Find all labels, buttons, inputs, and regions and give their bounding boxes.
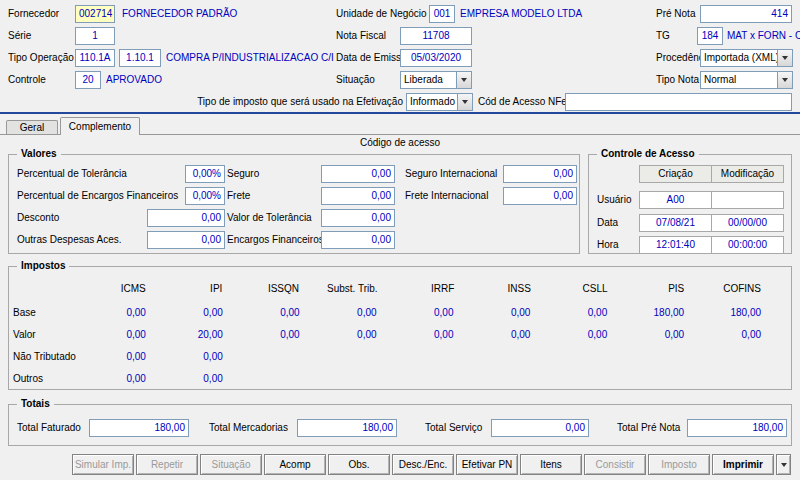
hora-modificacao-value: 00:00:00 bbox=[711, 236, 784, 254]
valor-tolerancia-field[interactable]: 0,00 bbox=[321, 209, 395, 227]
tipo-nota-value: Normal bbox=[701, 72, 777, 88]
valor-inss: 0,00 bbox=[481, 327, 558, 343]
perc-tolerancia-field[interactable]: 0,00% bbox=[185, 165, 225, 183]
frete-internacional-label: Frete Internacional bbox=[405, 187, 488, 205]
chevron-down-icon bbox=[782, 56, 788, 60]
tab-complemento[interactable]: Complemento bbox=[60, 117, 140, 135]
base-subst-trib: 0,00 bbox=[328, 305, 405, 321]
imposto-button[interactable]: Imposto bbox=[648, 454, 710, 475]
consistir-button[interactable]: Consistir bbox=[584, 454, 646, 475]
outras-despesas-label: Outras Despesas Aces. bbox=[17, 231, 122, 249]
unidade-negocio-label: Unidade de Negócio bbox=[336, 5, 427, 23]
valor-csll: 0,00 bbox=[558, 327, 635, 343]
impostos-col-csll: CSLL bbox=[559, 281, 636, 297]
fornecedor-name: FORNECEDOR PADRÃO bbox=[122, 5, 237, 23]
outras-despesas-field[interactable]: 0,00 bbox=[147, 231, 225, 249]
more-actions-dropdown-button[interactable] bbox=[776, 454, 791, 475]
valor-subst-trib: 0,00 bbox=[328, 327, 405, 343]
impostos-col-irrf: IRRF bbox=[406, 281, 483, 297]
controle-code-field[interactable]: 20 bbox=[75, 71, 101, 89]
valor-icms: 0,00 bbox=[97, 327, 174, 343]
seguro-field[interactable]: 0,00 bbox=[321, 165, 395, 183]
obs-button[interactable]: Obs. bbox=[328, 454, 390, 475]
nao-trib-ipi: 0,00 bbox=[174, 349, 251, 365]
situacao-dropdown-button[interactable] bbox=[456, 72, 471, 88]
valor-ipi: 20,00 bbox=[174, 327, 251, 343]
impostos-col-pis: PIS bbox=[636, 281, 713, 297]
procedencia-dropdown-button[interactable] bbox=[777, 50, 792, 66]
action-button-bar: Simular Imp. Repetir Situação Acomp Obs.… bbox=[72, 454, 791, 475]
total-mercadorias-field[interactable]: 180,00 bbox=[297, 419, 397, 437]
cod-acesso-nfe-field[interactable] bbox=[565, 93, 792, 111]
desc-enc-button[interactable]: Desc./Enc. bbox=[392, 454, 454, 475]
tab-geral[interactable]: Geral bbox=[6, 120, 58, 134]
impostos-col-cofins: COFINS bbox=[712, 281, 789, 297]
total-faturado-field[interactable]: 180,00 bbox=[89, 419, 189, 437]
total-servico-label: Total Serviço bbox=[425, 419, 482, 437]
impostos-col-issqn: ISSQN bbox=[250, 281, 327, 297]
total-pre-nota-field[interactable]: 180,00 bbox=[687, 419, 787, 437]
simular-imp-button[interactable]: Simular Imp. bbox=[72, 454, 134, 475]
impostos-col-subst-trib: Subst. Trib. bbox=[327, 281, 406, 297]
impostos-col-icms: ICMS bbox=[97, 281, 174, 297]
base-issqn: 0,00 bbox=[251, 305, 328, 321]
hora-row-label: Hora bbox=[597, 236, 619, 254]
situacao-combo[interactable]: Liberada bbox=[400, 71, 472, 89]
itens-button[interactable]: Itens bbox=[520, 454, 582, 475]
tipo-imposto-value: Informado bbox=[407, 94, 457, 110]
desconto-label: Desconto bbox=[17, 209, 59, 227]
procedencia-combo[interactable]: Importada (XML) bbox=[700, 49, 793, 67]
valor-pis: 0,00 bbox=[635, 327, 712, 343]
seguro-label: Seguro bbox=[227, 165, 259, 183]
controle-acesso-group: Controle de Acesso Criação Modificação U… bbox=[588, 154, 792, 254]
perc-encargos-field[interactable]: 0,00% bbox=[185, 187, 225, 205]
header-separator bbox=[0, 112, 800, 114]
impostos-group: Impostos ICMS IPI ISSQN Subst. Trib. IRR… bbox=[8, 266, 792, 390]
situacao-value: Liberada bbox=[401, 72, 456, 88]
data-emissao-field[interactable]: 05/03/2020 bbox=[400, 49, 472, 67]
base-csll: 0,00 bbox=[558, 305, 635, 321]
controle-label: Controle bbox=[8, 71, 46, 89]
base-ipi: 0,00 bbox=[174, 305, 251, 321]
data-modificacao-value: 00/00/00 bbox=[711, 214, 784, 232]
total-mercadorias-label: Total Mercadorias bbox=[209, 419, 288, 437]
total-faturado-label: Total Faturado bbox=[17, 419, 81, 437]
tipo-operacao-code2-field[interactable]: 1.10.1 bbox=[119, 49, 161, 67]
procedencia-value: Importada (XML) bbox=[701, 50, 777, 66]
encargos-financeiros-field[interactable]: 0,00 bbox=[321, 231, 395, 249]
pre-nota-field[interactable]: 414 bbox=[700, 5, 792, 23]
repetir-button[interactable]: Repetir bbox=[136, 454, 198, 475]
pre-nota-label: Pré Nota bbox=[656, 5, 695, 23]
tipo-nota-combo[interactable]: Normal bbox=[700, 71, 793, 89]
controle-status: APROVADO bbox=[106, 71, 162, 89]
totais-group: Totais Total Faturado 180,00 Total Merca… bbox=[8, 404, 792, 446]
tg-code-field[interactable]: 184 bbox=[697, 27, 723, 45]
acomp-button[interactable]: Acomp bbox=[264, 454, 326, 475]
total-servico-field[interactable]: 0,00 bbox=[491, 419, 589, 437]
desconto-field[interactable]: 0,00 bbox=[147, 209, 225, 227]
modificacao-column-header: Modificação bbox=[711, 165, 784, 183]
impostos-group-title: Impostos bbox=[17, 259, 69, 273]
valor-irrf: 0,00 bbox=[405, 327, 482, 343]
outros-icms: 0,00 bbox=[97, 371, 174, 387]
tipo-nota-dropdown-button[interactable] bbox=[777, 72, 792, 88]
controle-acesso-group-title: Controle de Acesso bbox=[597, 147, 699, 161]
chevron-down-icon bbox=[782, 78, 788, 82]
situacao-button[interactable]: Situação bbox=[200, 454, 262, 475]
efetivar-pn-button[interactable]: Efetivar PN bbox=[456, 454, 518, 475]
nota-fiscal-field[interactable]: 11708 bbox=[400, 27, 472, 45]
usuario-modificacao-value bbox=[711, 191, 784, 209]
frete-field[interactable]: 0,00 bbox=[321, 187, 395, 205]
imprimir-button[interactable]: Imprimir bbox=[712, 454, 774, 475]
tipo-imposto-combo[interactable]: Informado bbox=[406, 93, 473, 111]
tipo-imposto-dropdown-button[interactable] bbox=[457, 94, 472, 110]
frete-internacional-field[interactable]: 0,00 bbox=[503, 187, 577, 205]
serie-field[interactable]: 1 bbox=[75, 27, 115, 45]
fornecedor-code-field[interactable]: 002714 bbox=[75, 5, 115, 23]
unidade-negocio-code-field[interactable]: 001 bbox=[429, 5, 455, 23]
seguro-internacional-field[interactable]: 0,00 bbox=[503, 165, 577, 183]
tipo-operacao-desc: COMPRA P/INDUSTRIALIZACAO C/ICMS bbox=[166, 49, 334, 67]
tipo-operacao-code1-field[interactable]: 110.1A bbox=[75, 49, 115, 67]
tg-label: TG bbox=[656, 27, 670, 45]
valores-group-title: Valores bbox=[17, 147, 61, 161]
